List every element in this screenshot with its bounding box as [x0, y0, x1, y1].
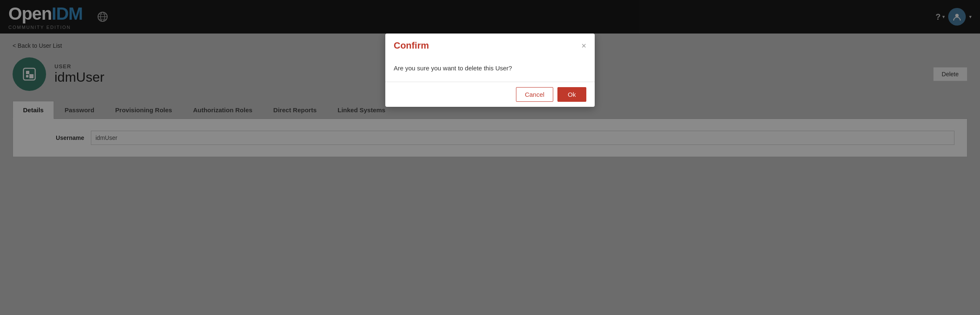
- modal-title: Confirm: [394, 40, 429, 51]
- modal-footer: Cancel Ok: [385, 82, 595, 107]
- modal-close-button[interactable]: ×: [581, 41, 586, 50]
- modal-overlay: Confirm × Are you sure you want to delet…: [0, 0, 980, 315]
- ok-button[interactable]: Ok: [557, 87, 586, 102]
- confirm-modal: Confirm × Are you sure you want to delet…: [385, 34, 595, 107]
- modal-header: Confirm ×: [385, 34, 595, 58]
- cancel-button[interactable]: Cancel: [516, 87, 553, 102]
- modal-body: Are you sure you want to delete this Use…: [385, 58, 595, 82]
- modal-message: Are you sure you want to delete this Use…: [394, 65, 586, 72]
